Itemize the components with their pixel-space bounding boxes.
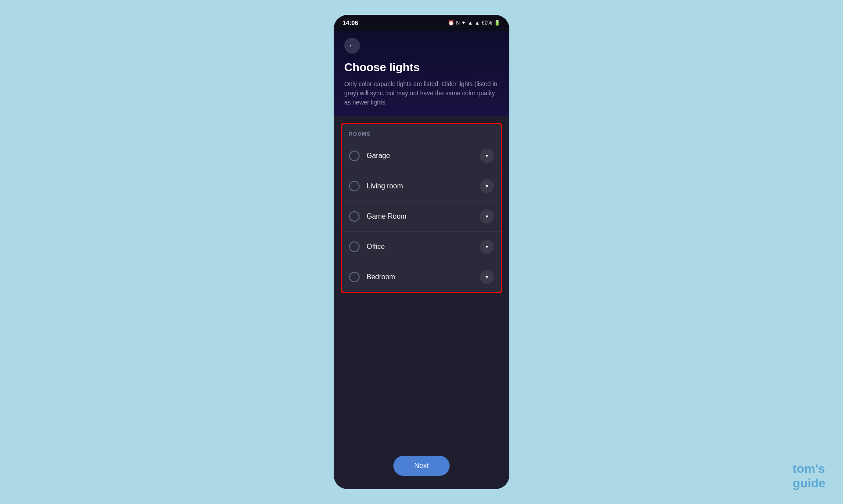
phone-frame: 14:06 ⏰ N ✦ ▲ ▲ 60% 🔋 ← Choose lights On… xyxy=(334,15,509,489)
next-button[interactable]: Next xyxy=(393,456,450,476)
chevron-button[interactable]: ▾ xyxy=(480,149,494,163)
room-name: Game Room xyxy=(367,212,480,220)
back-arrow-icon: ← xyxy=(349,42,356,50)
page-title: Choose lights xyxy=(344,61,499,74)
chevron-down-icon: ▾ xyxy=(486,183,488,189)
room-item[interactable]: Garage▾ xyxy=(342,141,501,171)
room-item[interactable]: Bedroom▾ xyxy=(342,262,501,292)
radio-circle[interactable] xyxy=(349,211,360,222)
nfc-icon: N xyxy=(456,20,460,26)
rooms-header: ROOMS xyxy=(342,124,501,141)
main-content: ROOMS Garage▾Living room▾Game Room▾Offic… xyxy=(334,116,509,447)
header-area: ← Choose lights Only color-capable light… xyxy=(334,31,509,116)
signal-icon: ▲ xyxy=(468,20,473,26)
rooms-label: ROOMS xyxy=(349,131,371,137)
battery-icon: 🔋 xyxy=(494,20,501,26)
wifi-icon: ▲ xyxy=(475,20,480,26)
room-item[interactable]: Living room▾ xyxy=(342,171,501,201)
radio-circle[interactable] xyxy=(349,241,360,252)
chevron-button[interactable]: ▾ xyxy=(480,209,494,223)
bottom-area: Next xyxy=(334,447,509,489)
alarm-icon: ⏰ xyxy=(448,20,454,26)
radio-circle[interactable] xyxy=(349,272,360,282)
chevron-down-icon: ▾ xyxy=(486,244,488,250)
page-description: Only color-capable lights are listed. Ol… xyxy=(344,79,499,107)
rooms-section: ROOMS Garage▾Living room▾Game Room▾Offic… xyxy=(341,123,502,293)
chevron-button[interactable]: ▾ xyxy=(480,179,494,193)
room-list: Garage▾Living room▾Game Room▾Office▾Bedr… xyxy=(342,141,501,292)
chevron-down-icon: ▾ xyxy=(486,213,488,220)
status-icons: ⏰ N ✦ ▲ ▲ 60% 🔋 xyxy=(448,20,501,26)
watermark-line2: guide xyxy=(793,476,825,491)
bluetooth-icon: ✦ xyxy=(461,20,466,26)
watermark-line1: tom's xyxy=(793,461,825,476)
status-bar: 14:06 ⏰ N ✦ ▲ ▲ 60% 🔋 xyxy=(334,15,509,31)
room-name: Office xyxy=(367,243,480,251)
chevron-down-icon: ▾ xyxy=(486,153,488,159)
room-item[interactable]: Game Room▾ xyxy=(342,201,501,231)
chevron-down-icon: ▾ xyxy=(486,274,488,280)
chevron-button[interactable]: ▾ xyxy=(480,270,494,284)
room-name: Living room xyxy=(367,182,480,190)
battery-text: 60% xyxy=(482,20,492,26)
status-time: 14:06 xyxy=(342,19,358,26)
radio-circle[interactable] xyxy=(349,151,360,161)
room-name: Bedroom xyxy=(367,273,480,281)
toms-guide-watermark: tom's guide xyxy=(793,461,825,491)
room-name: Garage xyxy=(367,152,480,160)
back-button[interactable]: ← xyxy=(344,38,360,54)
room-item[interactable]: Office▾ xyxy=(342,231,501,262)
radio-circle[interactable] xyxy=(349,181,360,191)
chevron-button[interactable]: ▾ xyxy=(480,240,494,254)
